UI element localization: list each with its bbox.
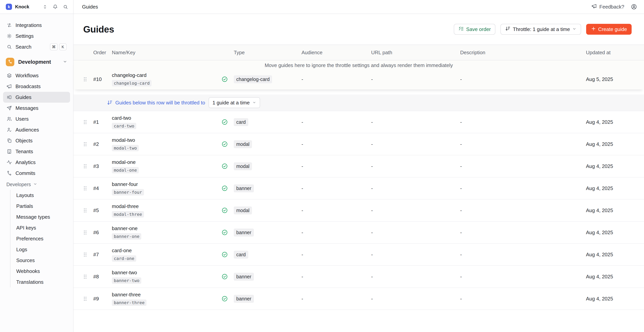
sidebar-item-partials[interactable]: Partials <box>10 201 73 211</box>
throttle-divider-text: Guides below this row will be throttled … <box>115 100 205 106</box>
guide-audience: - <box>302 119 371 125</box>
guide-name[interactable]: modal-three <box>112 203 139 209</box>
drag-handle[interactable] <box>83 142 93 147</box>
guide-updated-at: Aug 5, 2025 <box>586 76 628 82</box>
sidebar-item-workflows[interactable]: Workflows <box>3 70 70 81</box>
workspace-name: Knock <box>15 4 29 10</box>
sidebar-item-broadcasts[interactable]: Broadcasts <box>3 81 70 92</box>
drag-handle[interactable] <box>83 274 93 279</box>
throttle-divider-row: Guides below this row will be throttled … <box>74 95 644 111</box>
guide-audience: - <box>302 252 371 258</box>
guide-audience: - <box>302 163 371 169</box>
throttle-amount-select[interactable]: 1 guide at a time <box>208 97 260 108</box>
knock-logo-letter: k <box>8 5 10 9</box>
sidebar-item-commits[interactable]: Commits <box>3 168 70 179</box>
guide-row[interactable]: #9 banner-three banner-three banner - - … <box>74 287 644 309</box>
sidebar-item-users[interactable]: Users <box>3 114 70 124</box>
guide-type-badge: banner <box>234 184 254 192</box>
guide-updated-at: Aug 4, 2025 <box>586 141 628 147</box>
drag-handle[interactable] <box>83 120 93 125</box>
sidebar-item-layouts[interactable]: Layouts <box>10 190 73 201</box>
guide-row[interactable]: #6 banner-one banner-one banner - - - Au… <box>74 221 644 243</box>
guide-url-path: - <box>371 185 460 191</box>
column-header-type[interactable]: Type <box>234 50 302 56</box>
guide-order: #10 <box>93 76 112 82</box>
column-header-updated-at[interactable]: Updated at <box>586 50 628 56</box>
create-guide-label: Create guide <box>598 26 627 32</box>
guide-name[interactable]: modal-two <box>112 137 135 143</box>
sidebar-item-logs[interactable]: Logs <box>10 244 73 255</box>
guide-row[interactable]: #7 card-one card-one card - - - Aug 4, 2… <box>74 243 644 265</box>
guide-updated-at: Aug 4, 2025 <box>586 185 628 191</box>
guide-row[interactable]: #1 card-two card-two card - - - Aug 4, 2… <box>74 111 644 133</box>
account-menu-button[interactable] <box>631 4 637 10</box>
column-header-audience[interactable]: Audience <box>302 50 371 56</box>
guide-name[interactable]: banner-two <box>112 270 137 276</box>
sidebar-section-developers[interactable]: Developers <box>0 179 73 190</box>
workspace-switcher: k Knock <box>0 0 74 14</box>
megaphone-icon <box>592 4 597 10</box>
column-header-description[interactable]: Description <box>460 50 586 56</box>
create-guide-button[interactable]: Create guide <box>586 24 632 35</box>
drag-handle[interactable] <box>83 252 93 257</box>
drag-handle[interactable] <box>83 208 93 213</box>
guide-name[interactable]: changelog-card <box>112 72 146 78</box>
environment-switcher[interactable]: Development <box>3 57 70 67</box>
guide-row[interactable]: #8 banner-two banner-two banner - - - Au… <box>74 265 644 287</box>
guide-name[interactable]: card-one <box>112 247 132 253</box>
sidebar-item-api-keys[interactable]: API keys <box>10 222 73 233</box>
guide-name[interactable]: banner-three <box>112 292 141 298</box>
sidebar-item-analytics[interactable]: Analytics <box>3 157 70 168</box>
save-order-button[interactable]: Save order <box>454 24 496 35</box>
guide-description: - <box>460 185 586 191</box>
sidebar-item-search[interactable]: Search ⌘K <box>3 42 70 52</box>
workspace-select-icon[interactable] <box>42 4 48 10</box>
messages-icon <box>6 105 12 111</box>
guide-audience: - <box>302 185 371 191</box>
sidebar-item-sources[interactable]: Sources <box>10 255 73 266</box>
guide-key-badge: banner-one <box>112 233 141 240</box>
guide-description: - <box>460 163 586 169</box>
tenants-icon <box>6 149 12 154</box>
guide-name[interactable]: modal-one <box>112 159 136 165</box>
column-header-name-key[interactable]: Name/Key <box>112 50 222 56</box>
topbar-search-icon[interactable] <box>63 4 68 10</box>
guide-name[interactable]: card-two <box>112 115 131 121</box>
drag-handle[interactable] <box>83 230 93 235</box>
sidebar-item-message-types[interactable]: Message types <box>10 211 73 222</box>
sidebar-item-settings[interactable]: Settings <box>3 31 70 42</box>
drag-handle[interactable] <box>83 77 93 82</box>
guide-row[interactable]: #4 banner-four banner-four banner - - - … <box>74 177 644 199</box>
drag-handle[interactable] <box>83 296 93 301</box>
feedback-button[interactable]: Feedback? <box>592 4 624 10</box>
sidebar-item-preferences[interactable]: Preferences <box>10 233 73 244</box>
guide-name[interactable]: banner-four <box>112 181 138 187</box>
guide-row[interactable]: #10 changelog-card changelog-card change… <box>74 69 644 90</box>
sidebar: Integrations Settings Search ⌘K Developm… <box>0 14 74 332</box>
guide-row[interactable]: #3 modal-one modal-one modal - - - Aug 4… <box>74 155 644 177</box>
column-header-order[interactable]: Order <box>93 50 112 56</box>
feedback-label: Feedback? <box>599 4 624 10</box>
sidebar-item-translations[interactable]: Translations <box>10 277 73 287</box>
notifications-bell-icon[interactable] <box>53 4 58 10</box>
guide-updated-at: Aug 4, 2025 <box>586 274 628 280</box>
environment-badge <box>6 58 14 66</box>
throttle-dropdown-button[interactable]: Throttle: 1 guide at a time <box>500 24 581 35</box>
drag-handle[interactable] <box>83 164 93 169</box>
sidebar-item-objects[interactable]: Objects <box>3 135 70 146</box>
branch-icon <box>8 59 12 65</box>
sidebar-item-messages[interactable]: Messages <box>3 103 70 114</box>
sidebar-item-integrations[interactable]: Integrations <box>3 20 70 31</box>
guide-key-badge: modal-two <box>112 145 139 151</box>
guide-type-badge: modal <box>234 162 252 170</box>
sidebar-item-guides[interactable]: Guides <box>3 92 70 103</box>
drag-handle[interactable] <box>83 186 93 191</box>
guide-type-badge: banner <box>234 229 254 236</box>
guide-name[interactable]: banner-one <box>112 225 138 231</box>
sidebar-item-tenants[interactable]: Tenants <box>3 146 70 157</box>
guide-row[interactable]: #5 modal-three modal-three modal - - - A… <box>74 199 644 221</box>
sidebar-item-audiences[interactable]: Audiences <box>3 124 70 135</box>
column-header-url-path[interactable]: URL path <box>371 50 460 56</box>
sidebar-item-webhooks[interactable]: Webhooks <box>10 266 73 277</box>
guide-row[interactable]: #2 modal-two modal-two modal - - - Aug 4… <box>74 133 644 155</box>
